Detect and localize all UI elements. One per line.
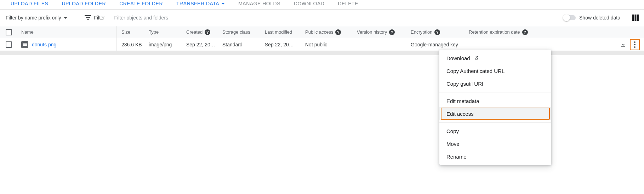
toggle-switch[interactable] (564, 15, 576, 20)
show-deleted-label: Show deleted data (579, 15, 620, 21)
row-created: Sep 22, 20… (186, 38, 222, 51)
download-button[interactable]: DOWNLOAD (294, 1, 324, 6)
upload-folder-button[interactable]: UPLOAD FOLDER (62, 1, 106, 6)
menu-copy-gsutil[interactable]: Copy gsutil URI (439, 77, 551, 90)
col-version-history[interactable]: Version history ? (357, 26, 411, 38)
filter-label: Filter (94, 15, 105, 21)
divider (76, 13, 76, 23)
col-created-label: Created (186, 29, 203, 35)
help-icon[interactable]: ? (434, 29, 440, 35)
menu-rename[interactable]: Rename (439, 150, 551, 163)
help-icon[interactable]: ? (205, 29, 210, 35)
chevron-down-icon (64, 17, 67, 19)
filter-right: Show deleted data (564, 13, 639, 23)
row-size: 236.6 KB (116, 38, 149, 51)
table-header: Name Size Type Created ? Storage class L… (0, 26, 644, 38)
open-in-new-icon (474, 56, 479, 61)
filter-mode-label: Filter by name prefix only (6, 15, 61, 21)
download-icon[interactable] (620, 41, 626, 48)
menu-move[interactable]: Move (439, 137, 551, 150)
col-name[interactable]: Name (21, 26, 116, 38)
filter-icon (85, 15, 91, 20)
divider (626, 13, 626, 23)
col-retention[interactable]: Retention expiration date ? (469, 26, 620, 38)
transfer-data-label: TRANSFER DATA (176, 1, 219, 6)
svg-rect-5 (637, 15, 639, 21)
help-icon[interactable]: ? (389, 29, 395, 35)
more-actions-highlight (630, 39, 640, 50)
menu-separator (439, 92, 551, 92)
row-actions (620, 39, 640, 50)
context-menu: Download Copy Authenticated URL Copy gsu… (439, 50, 551, 165)
upload-files-button[interactable]: UPLOAD FILES (11, 1, 48, 6)
file-icon (21, 41, 28, 48)
svg-rect-2 (87, 19, 89, 20)
table-row: donuts.png 236.6 KB image/png Sep 22, 20… (0, 38, 644, 51)
menu-edit-access[interactable]: Edit access (439, 107, 551, 120)
filter-toggle[interactable]: Filter (85, 15, 105, 21)
help-icon[interactable]: ? (522, 29, 528, 35)
col-encryption[interactable]: Encryption ? (411, 26, 469, 38)
col-size[interactable]: Size (116, 26, 149, 38)
select-all-checkbox[interactable] (6, 29, 12, 35)
col-version-history-label: Version history (357, 29, 387, 35)
filter-input[interactable] (114, 15, 557, 21)
col-retention-label: Retention expiration date (469, 29, 520, 35)
row-public-access: Not public (305, 38, 357, 51)
row-storage-class: Standard (222, 38, 265, 51)
row-name-cell: donuts.png (21, 41, 116, 48)
delete-button[interactable]: DELETE (338, 1, 358, 6)
menu-download[interactable]: Download (439, 52, 551, 64)
menu-edit-metadata[interactable]: Edit metadata (439, 95, 551, 107)
row-retention: — (469, 38, 620, 51)
col-storage-class[interactable]: Storage class (222, 26, 265, 38)
col-public-access[interactable]: Public access ? (305, 26, 357, 38)
svg-rect-0 (85, 15, 91, 16)
filter-bar: Filter by name prefix only Filter Show d… (0, 9, 644, 26)
row-select-cell (6, 41, 21, 48)
row-last-modified: Sep 22, 20… (265, 38, 305, 51)
menu-copy-auth-url[interactable]: Copy Authenticated URL (439, 64, 551, 77)
menu-edit-access-label: Edit access (446, 111, 474, 117)
col-encryption-label: Encryption (411, 29, 432, 35)
col-public-access-label: Public access (305, 29, 333, 35)
col-type[interactable]: Type (149, 26, 186, 38)
create-folder-button[interactable]: CREATE FOLDER (119, 1, 163, 6)
svg-rect-4 (635, 15, 637, 21)
filter-left: Filter by name prefix only Filter (6, 13, 557, 23)
svg-rect-3 (632, 15, 634, 21)
action-bar: UPLOAD FILES UPLOAD FOLDER CREATE FOLDER… (11, 0, 644, 9)
col-created[interactable]: Created ? (186, 26, 222, 38)
row-version-history: — (357, 38, 411, 51)
select-all-cell (6, 29, 21, 35)
chevron-down-icon (221, 3, 225, 5)
file-link[interactable]: donuts.png (21, 41, 116, 48)
row-checkbox[interactable] (6, 41, 12, 48)
row-type: image/png (149, 38, 186, 51)
filter-mode-dropdown[interactable]: Filter by name prefix only (6, 15, 67, 21)
file-name-label[interactable]: donuts.png (32, 42, 56, 47)
row-encryption: Google-managed key (411, 38, 469, 51)
menu-download-label: Download (446, 55, 470, 61)
transfer-data-button[interactable]: TRANSFER DATA (176, 1, 225, 6)
svg-rect-1 (86, 17, 90, 18)
col-last-modified[interactable]: Last modified (265, 26, 305, 38)
menu-copy[interactable]: Copy (439, 125, 551, 137)
more-actions-icon[interactable] (632, 40, 638, 49)
column-layout-icon[interactable] (632, 15, 639, 21)
help-icon[interactable]: ? (335, 29, 341, 35)
menu-separator (439, 122, 551, 122)
manage-holds-button[interactable]: MANAGE HOLDS (238, 1, 280, 6)
show-deleted-toggle[interactable]: Show deleted data (564, 15, 620, 21)
